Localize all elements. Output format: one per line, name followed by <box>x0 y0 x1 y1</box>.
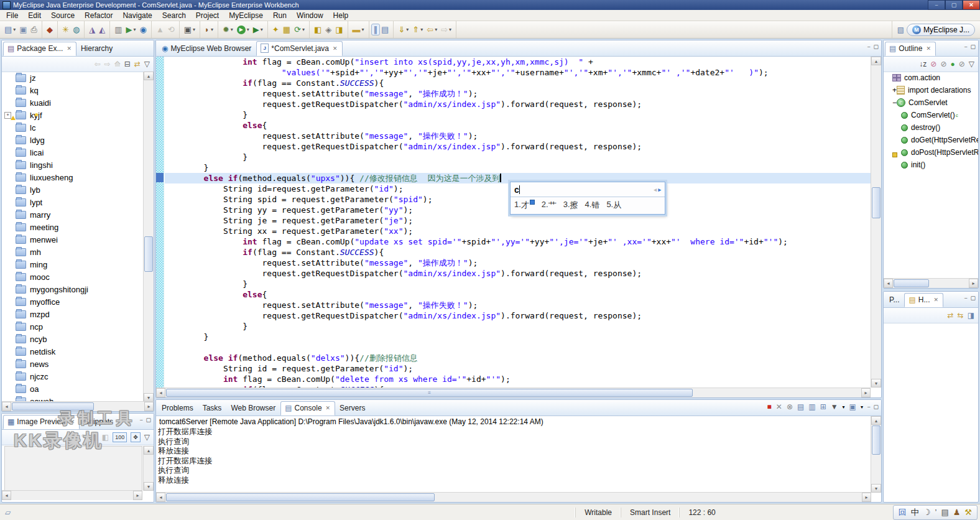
dropdown-arrow-icon[interactable]: ▾ <box>302 27 305 32</box>
scroll-right-icon[interactable]: ▸ <box>862 493 871 502</box>
expand-icon[interactable]: − <box>892 98 897 107</box>
view-menu-icon[interactable]: ▽ <box>144 60 150 68</box>
view-menu-icon[interactable]: ▽ <box>969 60 974 68</box>
scrollbar-thumb[interactable] <box>872 187 881 218</box>
dropdown-arrow-icon[interactable]: ▾ <box>406 27 409 32</box>
dropdown-arrow-icon[interactable]: ▾ <box>261 27 263 32</box>
link-icon[interactable]: ⇆ <box>958 311 964 320</box>
maximize-view-icon[interactable]: ▢ <box>873 404 879 411</box>
search-jar-button[interactable]: ◈ <box>323 24 333 35</box>
close-button[interactable]: ✕ <box>963 0 980 10</box>
collapse-all-icon[interactable]: ⊟ <box>124 60 131 68</box>
outline-item[interactable]: com.action <box>884 72 978 84</box>
project-item-mygongshitongji[interactable]: mygongshitongji <box>2 283 144 295</box>
console-vscrollbar[interactable]: ▴ ▾ <box>871 416 881 493</box>
project-item-myoffice[interactable]: myoffice <box>2 295 144 308</box>
hide-static-icon[interactable]: ⊘ <box>940 60 946 68</box>
dropdown-arrow-icon[interactable]: ▾ <box>843 404 845 410</box>
save-button[interactable]: ▣ <box>17 24 29 35</box>
scroll-right-icon[interactable]: ▸ <box>969 279 978 288</box>
project-item-kuaidi[interactable]: kuaidi <box>2 96 144 109</box>
display-selected-icon[interactable]: ▼ <box>831 402 838 411</box>
menu-myeclipse[interactable]: MyEclipse <box>224 11 268 21</box>
redeploy-button[interactable]: ⟲ <box>166 24 177 35</box>
project-item-mooc[interactable]: mooc <box>2 271 144 283</box>
maximize-button[interactable]: ▢ <box>945 0 963 10</box>
scroll-up-icon[interactable]: ▴ <box>144 446 154 455</box>
outline-item[interactable]: destroy() <box>884 121 978 134</box>
run-external-button[interactable]: ▶▾ <box>251 24 265 35</box>
menu-window[interactable]: Window <box>292 11 328 21</box>
new-button[interactable]: ▤▾ <box>2 24 17 35</box>
pin-console-icon[interactable]: ⊞ <box>820 402 826 411</box>
tab-servers[interactable]: Servers <box>335 401 370 416</box>
project-tree[interactable]: jzkqkuaidi+kyjflcldyglicailingshiliuxues… <box>2 72 144 402</box>
code-area[interactable]: int flag = cBean.comUp("insert into xs(s… <box>165 57 871 388</box>
view-menu-icon[interactable]: ▽ <box>144 433 150 442</box>
wizard-button[interactable]: ✳ <box>60 24 71 35</box>
outline-item[interactable]: −CComServlet <box>884 96 978 109</box>
outline-item[interactable]: doGet(HttpServletRequest request, HttpSe… <box>884 134 978 146</box>
project-item-njczc[interactable]: njczc <box>2 370 144 383</box>
perspective-myeclipse-java-button[interactable]: M MyEclipse J... <box>907 24 975 36</box>
ime-candidate[interactable]: 1.才 <box>514 200 535 211</box>
tab--comservlet-java[interactable]: J*ComServlet.java✕ <box>256 41 342 56</box>
maximize-view-icon[interactable]: ▢ <box>970 295 976 302</box>
menu-file[interactable]: File <box>1 11 23 21</box>
minimize-button[interactable]: ⎯ <box>928 0 945 10</box>
editor-vscrollbar[interactable]: ▴ ▾ <box>871 57 881 388</box>
scrollbar-thumb[interactable] <box>144 236 153 272</box>
tab-snippets[interactable]: Snippets <box>80 415 118 429</box>
ime-candidate[interactable]: 5.从 <box>606 200 621 211</box>
minimize-view-icon[interactable]: ⎯ <box>964 295 968 302</box>
outline-hscrollbar[interactable]: ◂ ▸ <box>884 278 978 288</box>
project-item-ming[interactable]: ming <box>2 258 144 271</box>
maximize-view-icon[interactable]: ▢ <box>970 44 976 50</box>
sort-icon[interactable]: ↓z <box>919 60 927 68</box>
copy-button[interactable]: ▤ <box>379 24 391 35</box>
pin-view-icon[interactable]: ◨ <box>968 311 974 320</box>
tab-p-[interactable]: P... <box>885 293 904 307</box>
package-explorer-vscrollbar[interactable]: ▴ ▾ <box>143 72 154 402</box>
project-item-ldyg[interactable]: ldyg <box>2 134 144 146</box>
mark-occurrences-button[interactable]: ∥ <box>372 24 380 35</box>
expand-icon[interactable]: + <box>892 86 897 95</box>
dropdown-arrow-icon[interactable]: ▾ <box>247 27 249 32</box>
dropdown-arrow-icon[interactable]: ▾ <box>861 404 863 410</box>
clear-console-icon[interactable]: ▤ <box>797 402 804 411</box>
menu-refactor[interactable]: Refactor <box>80 11 118 21</box>
ime-next-page-icon[interactable]: ▸ <box>658 187 661 193</box>
menu-help[interactable]: Help <box>328 11 354 21</box>
print-button[interactable]: ⎙ <box>29 24 39 35</box>
project-item-netdisk[interactable]: netdisk <box>2 345 144 358</box>
hide-local-types-icon[interactable]: ⊘ <box>959 60 965 68</box>
open-resource-button[interactable]: ◧ <box>312 24 323 35</box>
new-web-project-button[interactable]: ◮ <box>87 24 97 35</box>
scrollbar-thumb[interactable] <box>166 493 435 501</box>
menu-search[interactable]: Search <box>157 11 191 21</box>
close-icon[interactable]: ✕ <box>70 419 75 425</box>
ime-logo-icon[interactable]: 回 <box>899 507 907 518</box>
up-icon[interactable]: ⟰ <box>114 60 121 68</box>
package-explorer-hscrollbar[interactable]: ◂ ▸ <box>2 401 154 411</box>
scroll-up-icon[interactable]: ▴ <box>871 416 881 425</box>
scroll-left-icon[interactable]: ◂ <box>156 493 165 502</box>
close-icon[interactable]: ✕ <box>926 45 931 52</box>
folder-button[interactable]: ▬▾ <box>351 24 366 35</box>
new-ejb-project-button[interactable]: ◆ <box>45 24 55 35</box>
project-item-meeting[interactable]: meeting <box>2 221 144 233</box>
tab-image-preview[interactable]: ▦Image Preview✕ <box>3 415 80 429</box>
refresh-button[interactable]: ⟳▾ <box>292 24 307 35</box>
scroll-left-icon[interactable]: ◂ <box>156 388 165 397</box>
back-button[interactable]: ⇦▾ <box>425 24 439 35</box>
tab-web-browser[interactable]: Web Browser <box>226 401 280 416</box>
dropdown-arrow-icon[interactable]: ▾ <box>435 27 437 32</box>
scrollbar-thumb[interactable]: ≡ <box>166 389 693 397</box>
ime-user-icon[interactable]: ♟ <box>953 508 961 517</box>
project-item-ncyb[interactable]: ncyb <box>2 333 144 345</box>
minimize-view-icon[interactable]: ⎯ <box>140 417 143 424</box>
menu-navigate[interactable]: Navigate <box>118 11 157 21</box>
scrollbar-thumb[interactable] <box>872 425 881 455</box>
ime-punct-icon[interactable]: ’ <box>935 508 937 517</box>
scroll-right-icon[interactable]: ▸ <box>133 491 142 500</box>
